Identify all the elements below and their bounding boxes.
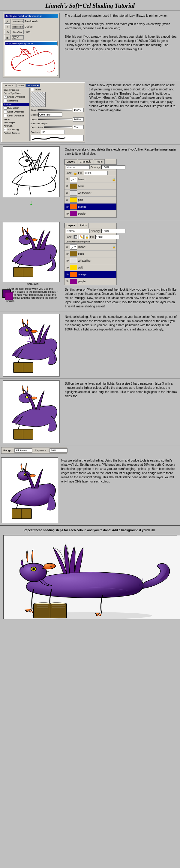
tab-channels[interactable]: Channels [78,159,93,164]
layer-eye-gold[interactable]: 👁 [66,198,69,202]
depth-jitter-slider[interactable] [44,126,72,128]
nav-brush-tip[interactable]: Brush Tip Shape [3,92,29,95]
lock-row: Lock: 🔒 Fill: 100% [65,170,117,176]
layer-thumb-2-orange [70,272,77,277]
range-dropdown[interactable]: Midtones [15,448,32,453]
scattering-cb[interactable] [4,99,7,102]
svg-point-30 [50,566,52,567]
layer-row-white[interactable]: 👁 white/silver [65,190,117,197]
layer-eye-purple[interactable]: 👁 [66,212,69,216]
background-swatch[interactable] [5,292,13,300]
layer-eye-orange[interactable]: 👁 [66,205,69,209]
layer-row-2-white[interactable]: 👁 white/silver [65,257,117,264]
scale-value: 165% [73,108,84,112]
layer-thumb-2-purple [70,279,77,284]
tools-left: Tools you need for this tutorial: 🖌 ○ ◑ … [1,12,61,78]
flat-colour-left: ← Coloured. Tip for the next step: when … [1,222,61,304]
layer-row-purple[interactable]: 👁 purple [65,210,117,217]
layer-eye-2-white[interactable]: 👁 [66,259,69,262]
layer-name-purple: purple [78,212,85,215]
sketch-preview [5,45,58,75]
tab-layers-2[interactable]: Layers [65,223,77,228]
nav-brush-presets[interactable]: Brush Presets [3,88,29,92]
controls-row: Controls: Off [31,130,84,134]
dual-brush-cb[interactable] [4,106,7,110]
scale-slider[interactable] [37,109,72,111]
lock-position[interactable]: 🔒 [85,235,89,239]
fill-select[interactable]: 100% [84,171,108,175]
blend-mode-select[interactable]: Normal [66,165,90,169]
layer-row-lineart[interactable]: 👁 lineart 🔒 [65,176,117,183]
layer-eye-2-book[interactable]: 👁 [66,252,69,256]
toolbox-panel: Tools you need for this tutorial: 🖌 ○ ◑ … [3,12,60,78]
lock-icon[interactable]: 🔒 [74,172,77,175]
layer-row-2-orange[interactable]: 👁 orange [65,271,117,278]
controls-select[interactable]: Off [41,130,65,134]
shape-dyn-cb[interactable] [4,95,7,98]
invert-cb[interactable] [31,88,34,91]
nav-scattering[interactable]: Scattering [3,99,29,103]
brush-panel-left: Tool Pre.. Layer Brushes ▶ Brush Presets… [1,82,85,143]
layer-row-book[interactable]: 👁 book [65,183,117,190]
layer-row-2-lineart[interactable]: 👁 lineart 🔒 [65,244,117,250]
blend-mode-select-2[interactable]: Normal [66,229,90,233]
layer-row-2-book[interactable]: 👁 book [65,250,117,257]
layer-thumb-book [70,184,77,189]
nav-texture[interactable]: Texture [3,103,29,106]
layer-row-gold[interactable]: 👁 gold [65,197,117,204]
tab-tool-pres[interactable]: Tool Pre.. [3,84,16,87]
tab-brushes[interactable]: Brushes ▶ [26,84,41,87]
repeat-text: Repeat these shading steps for each colo… [2,528,178,533]
section7-note: Still on the same layer, add highlights.… [64,381,178,399]
smoothing-cb[interactable] [4,128,7,131]
fill-select-2[interactable]: 100% [95,235,120,239]
depth-slider[interactable] [38,119,72,120]
section-tools: Tools you need for this tutorial: 🖌 ○ ◑ … [0,11,180,80]
nav-noise: Noise [3,118,29,121]
opacity-select[interactable]: 100% [101,165,125,169]
layer-thumb-2-gold [70,265,77,270]
tools-right: The drake/dragon character used in this … [63,12,179,78]
layer-name-2-purple: purple [78,280,85,283]
svg-point-25 [25,473,26,474]
opacity-select-2[interactable]: 100% [101,229,125,233]
layer-row-orange[interactable]: 👁 orange [65,204,117,210]
layer-eye-2-orange[interactable]: 👁 [66,273,69,276]
tab-layer[interactable]: Layer [17,84,26,87]
tab-layers[interactable]: Layers [65,159,77,164]
scale-row: Scale 165% [31,108,84,112]
lineart-svg [3,147,60,197]
tab-paths-1[interactable]: Paths [94,159,105,164]
nav-shape-dyn[interactable]: Shape Dynamics [3,95,29,99]
layer-eye-book[interactable]: 👁 [66,184,69,188]
lock-image-px[interactable]: ✏️ [79,235,84,239]
layer-eye-2-gold[interactable]: 👁 [66,266,69,269]
layer-name-book: book [78,185,84,188]
sketch-svg [5,45,58,75]
soft-dragon-left [1,457,58,523]
layer-eye-lineart[interactable]: 👁 [66,178,69,181]
tab-paths-2[interactable]: Paths [78,223,89,228]
layers-tabs-2: Layers Paths [65,223,117,228]
layer-row-2-purple[interactable]: 👁 purple [65,278,117,285]
main-title: Linneh´s Soft+Cel Shading Tutorial [1,2,179,9]
brush-presets-nav: Brush Presets Brush Tip Shape Shape Dyna… [3,88,30,141]
nav-color-dyn[interactable]: Color Dynamics [3,110,29,114]
model-select[interactable]: Color Burn [38,113,62,117]
layer-row-2-gold[interactable]: 👁 gold [65,264,117,271]
other-dyn-cb[interactable] [4,114,7,117]
nav-protect-texture: Protect Texture [3,131,29,135]
layer-eye-2-lineart[interactable]: 👁 [66,245,69,249]
exposure-label: Exposure: [35,449,47,452]
layer-eye-2-purple[interactable]: 👁 [66,280,69,283]
color-dyn-cb[interactable] [4,110,7,114]
lock-transparent-px[interactable]: 🔲 [73,235,78,239]
layer-eye-white[interactable]: 👁 [66,191,69,195]
nav-dual-brush[interactable]: Dual Brush [3,106,29,110]
nav-other-dyn[interactable]: Other Dynamics [3,114,29,118]
nav-smoothing[interactable]: Smoothing [3,127,29,131]
min-depth-label: Minimum Depth [31,122,84,125]
cel-shading-left [1,314,61,376]
layer-thumb-2-book [70,251,77,256]
exposure-dropdown[interactable]: 20% [50,448,68,453]
